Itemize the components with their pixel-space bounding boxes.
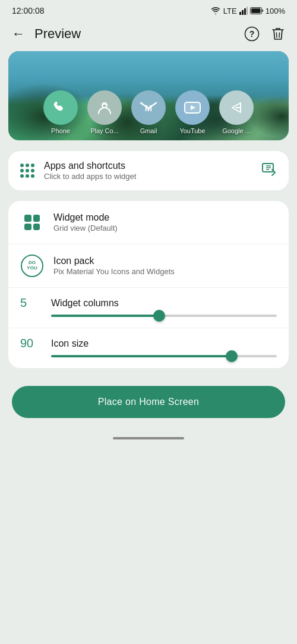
top-bar-left: ← Preview bbox=[10, 24, 81, 44]
widget-columns-track[interactable] bbox=[51, 315, 277, 317]
playco-icon-circle bbox=[87, 90, 122, 125]
icon-size-thumb[interactable] bbox=[226, 350, 238, 362]
svg-point-10 bbox=[102, 103, 107, 108]
svg-rect-0 bbox=[239, 12, 241, 15]
top-bar: ← Preview ? bbox=[0, 19, 297, 51]
icon-pack-text: Icon pack Pix Material You Icons and Wid… bbox=[53, 256, 277, 276]
apps-shortcuts-card[interactable]: Apps and shortcuts Click to add apps to … bbox=[8, 151, 289, 190]
svg-rect-2 bbox=[244, 8, 246, 15]
apps-icon bbox=[20, 164, 34, 178]
status-time: 12:00:08 bbox=[12, 6, 45, 15]
bottom-indicator bbox=[0, 432, 297, 447]
svg-rect-3 bbox=[247, 7, 248, 15]
widget-columns-title: Widget columns bbox=[51, 298, 119, 309]
app-icon-phone: Phone bbox=[43, 90, 78, 134]
apps-title: Apps and shortcuts bbox=[44, 161, 252, 171]
battery-icon bbox=[250, 7, 263, 14]
widget-columns-fill bbox=[51, 315, 159, 317]
icon-size-track[interactable] bbox=[51, 355, 277, 357]
widget-mode-icon bbox=[20, 211, 44, 234]
icon-size-label-row: 90 Icon size bbox=[20, 337, 277, 350]
icon-size-slider-wrap bbox=[20, 355, 277, 357]
widget-mode-subtitle: Grid view (Default) bbox=[53, 224, 277, 233]
widget-mode-text: Widget mode Grid view (Default) bbox=[53, 212, 277, 233]
svg-text:M: M bbox=[145, 103, 153, 113]
home-indicator-bar bbox=[113, 437, 184, 439]
icon-pack-icon: DOYOU bbox=[20, 254, 44, 278]
help-button[interactable]: ? bbox=[242, 24, 261, 43]
back-button[interactable]: ← bbox=[10, 24, 27, 44]
apps-text: Apps and shortcuts Click to add apps to … bbox=[44, 161, 252, 181]
icon-size-title: Icon size bbox=[51, 338, 89, 349]
app-icon-google: Google ... bbox=[219, 90, 254, 134]
widget-mode-row[interactable]: Widget mode Grid view (Default) bbox=[8, 201, 289, 244]
icon-size-value: 90 bbox=[20, 337, 42, 350]
do-you-badge: DOYOU bbox=[21, 255, 43, 277]
phone-icon-circle bbox=[43, 90, 78, 125]
place-on-home-screen-button[interactable]: Place on Home Screen bbox=[12, 386, 285, 418]
icon-size-fill bbox=[51, 355, 232, 357]
gmail-icon-circle: M bbox=[131, 90, 166, 125]
signal-icon bbox=[239, 7, 248, 15]
gmail-label: Gmail bbox=[140, 127, 157, 134]
icon-size-section: 90 Icon size bbox=[8, 328, 289, 368]
apps-action-icon[interactable] bbox=[261, 161, 277, 180]
icon-pack-title: Icon pack bbox=[53, 256, 277, 266]
bottom-button-wrap: Place on Home Screen bbox=[0, 379, 297, 432]
youtube-label: YouTube bbox=[179, 127, 205, 134]
playco-label: Play Co... bbox=[90, 127, 119, 134]
icon-pack-subtitle: Pix Material You Icons and Widgets bbox=[53, 267, 277, 276]
settings-card: Widget mode Grid view (Default) DOYOU Ic… bbox=[8, 201, 289, 368]
google-icon-circle bbox=[219, 90, 254, 125]
app-icons-row: Phone Play Co... M Gmail bbox=[8, 90, 289, 134]
lte-label: LTE bbox=[223, 7, 237, 15]
preview-banner: Phone Play Co... M Gmail bbox=[8, 51, 289, 140]
delete-button[interactable] bbox=[268, 24, 287, 43]
svg-line-9 bbox=[279, 33, 280, 37]
top-bar-right: ? bbox=[242, 24, 287, 43]
battery-pct: 100% bbox=[266, 7, 285, 15]
widget-mode-title: Widget mode bbox=[53, 212, 277, 223]
widget-columns-slider-wrap bbox=[20, 315, 277, 317]
widget-columns-value: 5 bbox=[20, 296, 42, 310]
svg-rect-1 bbox=[242, 10, 244, 15]
apps-shortcuts-row: Apps and shortcuts Click to add apps to … bbox=[20, 161, 277, 181]
status-bar: 12:00:08 LTE 100% bbox=[0, 0, 297, 19]
app-icon-youtube: YouTube bbox=[175, 90, 210, 134]
phone-label: Phone bbox=[51, 127, 70, 134]
svg-text:?: ? bbox=[249, 29, 255, 39]
google-label: Google ... bbox=[222, 127, 251, 134]
widget-columns-label-row: 5 Widget columns bbox=[20, 296, 277, 310]
app-icon-gmail: M Gmail bbox=[131, 90, 166, 134]
widget-columns-thumb[interactable] bbox=[153, 310, 165, 322]
icon-pack-row[interactable]: DOYOU Icon pack Pix Material You Icons a… bbox=[8, 244, 289, 287]
wifi-icon bbox=[210, 7, 221, 15]
youtube-icon-circle bbox=[175, 90, 210, 125]
svg-line-8 bbox=[277, 33, 277, 37]
widget-columns-section: 5 Widget columns bbox=[8, 287, 289, 328]
apps-subtitle: Click to add apps to widget bbox=[44, 172, 252, 181]
page-title: Preview bbox=[34, 26, 81, 42]
status-icons: LTE 100% bbox=[210, 7, 285, 15]
svg-rect-5 bbox=[251, 8, 261, 13]
app-icon-playco: Play Co... bbox=[87, 90, 122, 134]
